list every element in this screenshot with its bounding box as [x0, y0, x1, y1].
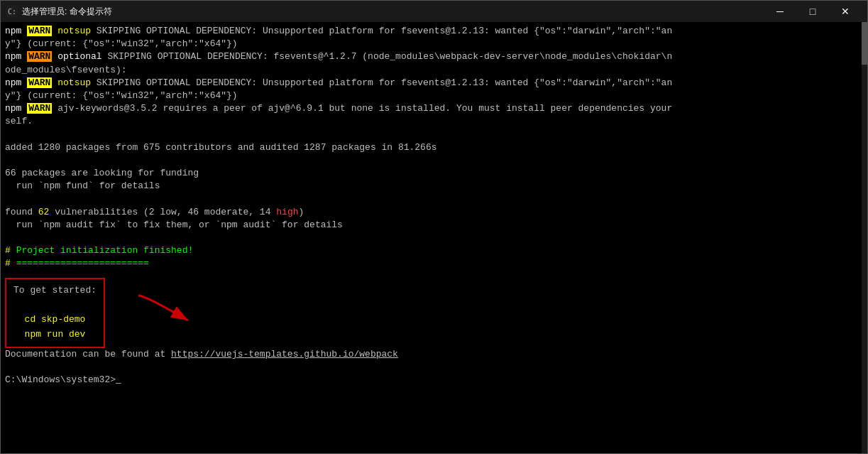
svg-text:C:: C:: [8, 8, 16, 16]
cmd-icon: C:: [6, 6, 18, 17]
terminal-window: C: 选择管理员: 命令提示符 ─ □ ✕ npm WARN notsup SK…: [0, 0, 868, 454]
term-line-15: # ========================: [5, 258, 149, 269]
highlight-section: To get started: cd skp-demo npm run dev: [5, 278, 863, 348]
title-bar: C: 选择管理员: 命令提示符 ─ □ ✕: [1, 1, 867, 22]
term-line-11: found 62 vulnerabilities (2 low, 46 mode…: [5, 207, 304, 217]
title-bar-left: C: 选择管理员: 命令提示符: [6, 6, 112, 18]
close-button[interactable]: ✕: [829, 1, 862, 22]
term-line-doc: Documentation can be found at https://vu…: [5, 349, 398, 360]
window-controls: ─ □ ✕: [764, 1, 862, 22]
term-line-8: 66 packages are looking for funding: [5, 168, 199, 178]
term-line-6: added 1280 packages from 675 contributor…: [5, 142, 437, 153]
term-line-2: npm WARN optional SKIPPING OPTIONAL DEPE…: [5, 51, 672, 75]
term-prompt: C:\Windows\system32>_: [5, 374, 121, 385]
blank-line-in-box: [13, 300, 19, 310]
term-line-9: run `npm fund` for details: [5, 180, 160, 191]
term-line-12: run `npm audit fix` to fix them, or `npm…: [5, 220, 343, 230]
box-line-1: To get started:: [13, 285, 97, 296]
terminal-footer: Documentation can be found at https://vu…: [5, 348, 863, 387]
term-line-4: npm WARN ajv-keywords@3.5.2 requires a p…: [5, 103, 672, 126]
minimize-button[interactable]: ─: [764, 1, 796, 22]
term-line-14: # Project initialization finished!: [5, 245, 193, 256]
window-title: 选择管理员: 命令提示符: [22, 6, 112, 18]
terminal-output: npm WARN notsup SKIPPING OPTIONAL DEPEND…: [5, 25, 863, 283]
maximize-button[interactable]: □: [796, 1, 829, 22]
terminal-content[interactable]: npm WARN notsup SKIPPING OPTIONAL DEPEND…: [1, 22, 867, 453]
scrollbar-thumb[interactable]: [862, 22, 867, 65]
highlight-box-content: To get started: cd skp-demo npm run dev: [5, 278, 863, 348]
box-cmd-cd: cd skp-demo: [13, 314, 85, 325]
box-border-indicator: To get started: cd skp-demo npm run dev: [5, 278, 105, 348]
term-line-3: npm WARN notsup SKIPPING OPTIONAL DEPEND…: [5, 77, 672, 101]
scrollbar[interactable]: [862, 22, 867, 453]
box-cmd-npm: npm run dev: [13, 329, 85, 340]
term-line-1: npm WARN notsup SKIPPING OPTIONAL DEPEND…: [5, 26, 672, 49]
